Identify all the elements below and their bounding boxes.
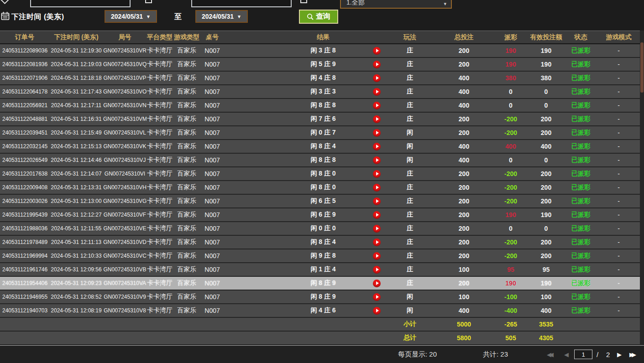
table-row[interactable]: 2405311220890362024-05-31 12:19:30GN0072… bbox=[0, 44, 644, 57]
table-row[interactable]: 2405311220641782024-05-31 12:17:43GN0072… bbox=[0, 85, 644, 99]
table-row[interactable]: 2405311220719062024-05-31 12:18:18GN0072… bbox=[0, 71, 644, 85]
cell-table_no: N007 bbox=[200, 249, 224, 263]
table-row[interactable]: 2405311219880362024-05-31 12:11:55GN0072… bbox=[0, 222, 644, 235]
cell-game_type: 百家乐 bbox=[173, 99, 200, 112]
cell-spacer bbox=[224, 263, 282, 276]
cell-game_type: 百家乐 bbox=[173, 263, 200, 276]
play-video-icon[interactable] bbox=[373, 129, 381, 137]
table-row[interactable]: 2405311220094082024-05-31 12:13:31GN0072… bbox=[0, 181, 644, 194]
play-triangle bbox=[376, 240, 379, 244]
cell-time: 2024-05-31 12:13:00 bbox=[49, 194, 103, 208]
first-page-button[interactable]: ◀◀ bbox=[547, 351, 551, 358]
page-input[interactable] bbox=[574, 350, 592, 359]
cell-payout: 190 bbox=[497, 208, 524, 222]
table-row[interactable]: 2405311219954392024-05-31 12:12:27GN0072… bbox=[0, 208, 644, 222]
cell-time: 2024-05-31 12:12:27 bbox=[49, 208, 103, 222]
table-row[interactable]: 2405311219544062024-05-31 12:09:23GN0072… bbox=[0, 276, 644, 290]
cell-result: 闲 4 庄 6 bbox=[282, 304, 364, 317]
cell-status: 已派彩 bbox=[568, 99, 593, 112]
cell-payout: -200 bbox=[497, 194, 524, 208]
query-button-label: 查询 bbox=[316, 12, 330, 21]
cell-game_type: 百家乐 bbox=[173, 140, 200, 153]
play-video-icon[interactable] bbox=[373, 266, 381, 274]
cell-order: 240531122003026 bbox=[0, 194, 49, 208]
play-video-icon[interactable] bbox=[373, 88, 381, 96]
scrollbar[interactable] bbox=[640, 31, 644, 345]
play-video-icon[interactable] bbox=[373, 47, 381, 55]
play-video-icon[interactable] bbox=[373, 61, 381, 68]
cell-time: 2024-05-31 12:15:49 bbox=[49, 126, 103, 140]
subtotal-spacer-end bbox=[568, 317, 644, 331]
cell-game_type: 百家乐 bbox=[173, 194, 200, 208]
play-video-icon[interactable] bbox=[373, 225, 381, 233]
play-video-icon[interactable] bbox=[373, 211, 381, 219]
table-row[interactable]: 2405311220321452024-05-31 12:15:13GN0072… bbox=[0, 140, 644, 153]
cell-game: GN007245310VB bbox=[103, 263, 147, 276]
date-from-select[interactable]: 2024/05/31 ▼ bbox=[105, 10, 157, 23]
query-button[interactable]: 查询 bbox=[299, 10, 338, 24]
cell-play: 庄 bbox=[389, 276, 430, 290]
play-video-icon[interactable] bbox=[373, 74, 381, 82]
cell-platform: 卡卡湾厅 bbox=[147, 276, 173, 290]
play-triangle bbox=[376, 254, 379, 258]
subtotal-total-bet: 5000 bbox=[430, 317, 497, 331]
play-video-icon[interactable] bbox=[373, 115, 381, 123]
table-row[interactable]: 2405311219617462024-05-31 12:09:56GN0072… bbox=[0, 263, 644, 276]
table-row[interactable]: 2405311220176382024-05-31 12:14:07GN0072… bbox=[0, 167, 644, 181]
scrollbar-thumb[interactable] bbox=[640, 42, 644, 93]
cell-mode: - bbox=[593, 263, 644, 276]
table-row[interactable]: 2405311220819362024-05-31 12:19:03GN0072… bbox=[0, 57, 644, 71]
cell-total: 200 bbox=[430, 112, 497, 126]
cell-spacer bbox=[224, 85, 282, 99]
cell-total: 200 bbox=[430, 57, 497, 71]
filter-input-1[interactable] bbox=[30, 0, 131, 7]
play-triangle bbox=[376, 131, 379, 135]
cell-mode: - bbox=[593, 222, 644, 235]
table-row[interactable]: 2405311220030262024-05-31 12:13:00GN0072… bbox=[0, 194, 644, 208]
table-row[interactable]: 2405311220265492024-05-31 12:14:46GN0072… bbox=[0, 153, 644, 167]
cell-table_no: N007 bbox=[200, 208, 224, 222]
cell-game: GN007245310VQ bbox=[103, 57, 147, 71]
cell-video bbox=[364, 85, 389, 99]
play-video-icon[interactable] bbox=[373, 170, 381, 178]
cell-platform: 卡卡湾厅 bbox=[147, 153, 173, 167]
cell-status: 已派彩 bbox=[568, 126, 593, 140]
column-header: 局号 bbox=[103, 31, 147, 44]
play-video-icon[interactable] bbox=[373, 102, 381, 109]
play-video-icon[interactable] bbox=[373, 293, 381, 301]
platform-select[interactable]: 1.全部 ▾ bbox=[340, 0, 452, 9]
cell-payout: -200 bbox=[497, 235, 524, 249]
play-video-icon[interactable] bbox=[373, 307, 381, 315]
play-video-icon[interactable] bbox=[373, 156, 381, 164]
play-video-icon[interactable] bbox=[373, 184, 381, 192]
next-page-button[interactable]: ▶ bbox=[617, 351, 622, 358]
table-row[interactable]: 2405311219784892024-05-31 12:11:13GN0072… bbox=[0, 235, 644, 249]
cell-platform: 卡卡湾厅 bbox=[147, 44, 173, 57]
play-video-icon[interactable] bbox=[373, 239, 381, 246]
table-row[interactable]: 2405311219699942024-05-31 12:10:33GN0072… bbox=[0, 249, 644, 263]
table-row[interactable]: 2405311219407032024-05-31 12:08:19GN0072… bbox=[0, 304, 644, 317]
cell-mode: - bbox=[593, 208, 644, 222]
play-video-icon[interactable] bbox=[373, 280, 381, 287]
play-video-icon[interactable] bbox=[373, 143, 381, 150]
table-row[interactable]: 2405311220569212024-05-31 12:17:11GN0072… bbox=[0, 99, 644, 112]
cell-payout: -400 bbox=[497, 304, 524, 317]
platform-select-value: 1.全部 bbox=[346, 0, 365, 7]
cell-video bbox=[364, 194, 389, 208]
cell-platform: 卡卡湾厅 bbox=[147, 194, 173, 208]
cell-order: 240531121995439 bbox=[0, 208, 49, 222]
cell-payout: 0 bbox=[497, 85, 524, 99]
filter-icon-3 bbox=[300, 0, 307, 3]
table-row[interactable]: 2405311220488812024-05-31 12:16:31GN0072… bbox=[0, 112, 644, 126]
cell-time: 2024-05-31 12:10:33 bbox=[49, 249, 103, 263]
filter-input-2[interactable] bbox=[191, 0, 292, 7]
date-to-select[interactable]: 2024/05/31 ▼ bbox=[195, 10, 248, 23]
play-video-icon[interactable] bbox=[373, 197, 381, 205]
table-row[interactable]: 2405311220394512024-05-31 12:15:49GN0072… bbox=[0, 126, 644, 140]
last-page-button[interactable]: ▶▶ bbox=[629, 351, 634, 358]
table-row[interactable]: 2405311219469552024-05-31 12:08:52GN0072… bbox=[0, 290, 644, 304]
cell-play: 庄 bbox=[389, 99, 430, 112]
cell-game_type: 百家乐 bbox=[173, 276, 200, 290]
play-video-icon[interactable] bbox=[373, 252, 381, 260]
prev-page-button[interactable]: ◀ bbox=[564, 351, 569, 358]
